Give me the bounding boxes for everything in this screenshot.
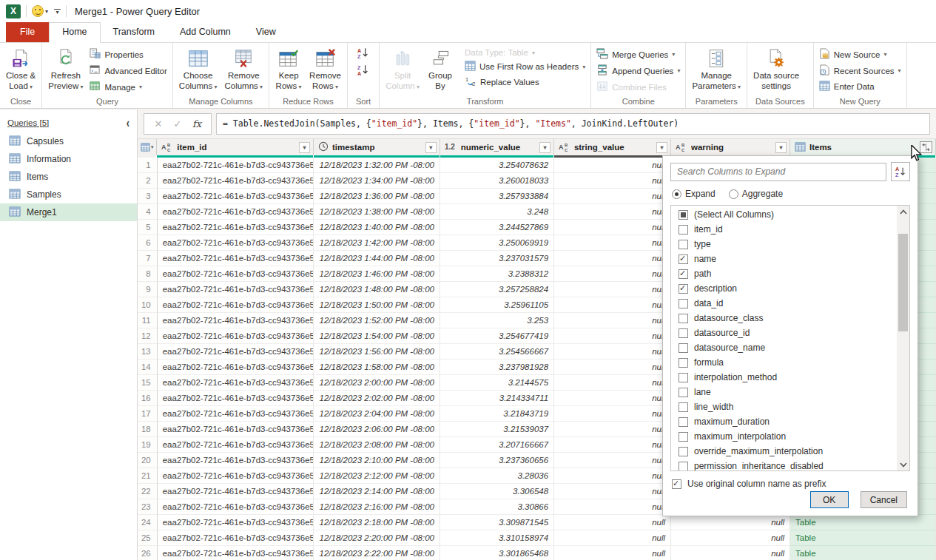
checkbox-icon[interactable] <box>679 373 688 382</box>
ok-button[interactable]: OK <box>810 491 849 508</box>
recent-sources-button[interactable]: Recent Sources <box>816 64 904 78</box>
cell-item_id[interactable]: eaa27b02-721c-461e-b7d3-cc943736e559 <box>158 499 314 515</box>
row-number[interactable]: 6 <box>138 235 158 251</box>
column-header-numeric_value[interactable]: 1.2numeric_value <box>440 139 554 155</box>
group-by-button[interactable]: Group By <box>423 44 457 95</box>
row-number[interactable]: 11 <box>138 313 158 328</box>
cell-numeric_value[interactable]: 3.254566667 <box>440 344 554 360</box>
remove-rows-button[interactable]: Remove Rows <box>306 44 345 95</box>
row-number[interactable]: 9 <box>138 282 158 297</box>
datetime-type-icon[interactable] <box>318 141 329 153</box>
checkbox-icon[interactable] <box>679 254 688 264</box>
cell-numeric_value[interactable]: 3.309871545 <box>440 515 554 530</box>
cell-timestamp[interactable]: 12/18/2023 2:00:00 PM -08:00 <box>314 375 440 391</box>
expand-column-option[interactable]: maximum_duration <box>671 414 896 429</box>
cell-numeric_value[interactable]: 3.237360656 <box>440 453 554 468</box>
cell-timestamp[interactable]: 12/18/2023 2:04:00 PM -08:00 <box>314 406 440 422</box>
cell-item_id[interactable]: eaa27b02-721c-461e-b7d3-cc943736e559 <box>158 530 314 546</box>
cell-numeric_value[interactable]: 3.310158974 <box>440 530 554 546</box>
scroll-up-icon[interactable] <box>897 206 909 217</box>
feedback-smiley-icon[interactable] <box>32 5 44 17</box>
cell-numeric_value[interactable]: 3.2388312 <box>440 266 554 282</box>
cell-string_value[interactable]: null <box>554 204 671 220</box>
expand-column-option[interactable]: data_id <box>671 296 896 311</box>
checkbox-icon[interactable] <box>679 210 688 220</box>
row-number[interactable]: 4 <box>138 204 158 220</box>
text-type-icon[interactable]: ABC <box>559 142 570 153</box>
checkbox-icon[interactable] <box>679 402 688 412</box>
cell-timestamp[interactable]: 12/18/2023 1:54:00 PM -08:00 <box>314 328 440 344</box>
cell-string_value[interactable]: null <box>554 158 671 173</box>
cell-item_id[interactable]: eaa27b02-721c-461e-b7d3-cc943736e559 <box>158 422 314 437</box>
cell-string_value[interactable]: null <box>554 391 671 406</box>
checkbox-icon[interactable] <box>679 417 688 427</box>
radio-aggregate[interactable]: Aggregate <box>729 189 783 199</box>
checkbox-icon[interactable] <box>679 358 688 368</box>
row-number[interactable]: 3 <box>138 189 158 204</box>
cell-timestamp[interactable]: 12/18/2023 1:56:00 PM -08:00 <box>314 344 440 360</box>
cell-timestamp[interactable]: 12/18/2023 2:22:00 PM -08:00 <box>314 546 440 560</box>
row-number[interactable]: 18 <box>138 422 158 437</box>
filter-dropdown-icon[interactable] <box>656 142 667 153</box>
column-header-item_id[interactable]: ABCitem_id <box>157 139 314 155</box>
sort-ascending-button[interactable]: AZ <box>357 47 370 61</box>
cell-timestamp[interactable]: 12/18/2023 1:44:00 PM -08:00 <box>314 251 440 266</box>
cell-item_id[interactable]: eaa27b02-721c-461e-b7d3-cc943736e559 <box>158 406 314 422</box>
cell-string_value[interactable]: null <box>554 499 671 515</box>
cell-numeric_value[interactable]: 3.250069919 <box>440 235 554 251</box>
row-number[interactable]: 13 <box>138 344 158 360</box>
cell-string_value[interactable]: null <box>554 406 671 422</box>
expand-column-option[interactable]: datasource_name <box>671 340 896 355</box>
tab-file[interactable]: File <box>6 22 49 42</box>
cell-numeric_value[interactable]: 3.254677419 <box>440 328 554 344</box>
filter-dropdown-icon[interactable] <box>299 142 310 153</box>
checkbox-icon[interactable] <box>679 447 688 456</box>
smiley-dropdown-caret-icon[interactable]: ▾ <box>45 8 48 15</box>
new-source-button[interactable]: New Source <box>816 47 904 61</box>
cell-timestamp[interactable]: 12/18/2023 1:58:00 PM -08:00 <box>314 360 440 375</box>
cell-numeric_value[interactable]: 3.25961105 <box>440 297 554 313</box>
row-number[interactable]: 7 <box>138 251 158 266</box>
sort-columns-az-button[interactable]: AZ <box>891 162 910 181</box>
cell-numeric_value[interactable]: 3.257933884 <box>440 189 554 204</box>
manage-parameters-button[interactable]: Manage Parameters <box>688 44 744 95</box>
prefix-checkbox-icon[interactable] <box>672 479 681 489</box>
cell-timestamp[interactable]: 12/18/2023 1:46:00 PM -08:00 <box>314 266 440 282</box>
cell-item_id[interactable]: eaa27b02-721c-461e-b7d3-cc943736e559 <box>158 251 314 266</box>
cell-timestamp[interactable]: 12/18/2023 1:52:00 PM -08:00 <box>314 313 440 328</box>
remove-columns-button[interactable]: Remove Columns <box>220 44 266 95</box>
enter-data-button[interactable]: Enter Data <box>816 80 904 93</box>
filter-dropdown-icon[interactable] <box>425 142 437 153</box>
cell-timestamp[interactable]: 12/18/2023 2:18:00 PM -08:00 <box>314 515 440 530</box>
expand-column-option[interactable]: item_id <box>671 222 896 237</box>
refresh-preview-button[interactable]: Refresh Preview <box>44 44 87 95</box>
expand-column-option[interactable]: interpolation_method <box>671 370 896 385</box>
cell-timestamp[interactable]: 12/18/2023 1:38:00 PM -08:00 <box>314 204 440 220</box>
radio-expand[interactable]: Expand <box>672 189 716 199</box>
cell-numeric_value[interactable]: 3.214334711 <box>440 391 554 406</box>
cell-timestamp[interactable]: 12/18/2023 2:06:00 PM -08:00 <box>314 422 440 437</box>
row-number[interactable]: 5 <box>138 220 158 235</box>
filter-dropdown-icon[interactable] <box>539 142 551 153</box>
row-number[interactable]: 21 <box>138 468 158 484</box>
cell-item_id[interactable]: eaa27b02-721c-461e-b7d3-cc943736e559 <box>158 204 314 220</box>
row-number[interactable]: 12 <box>138 328 158 344</box>
row-number[interactable]: 25 <box>138 530 158 546</box>
cell-string_value[interactable]: null <box>554 344 671 360</box>
cell-warning[interactable]: null <box>671 546 790 560</box>
expand-column-option[interactable]: permission_inheritance_disabled <box>671 459 896 471</box>
cell-item_id[interactable]: eaa27b02-721c-461e-b7d3-cc943736e559 <box>158 437 314 453</box>
cell-item_id[interactable]: eaa27b02-721c-461e-b7d3-cc943736e559 <box>158 484 314 499</box>
sidebar-item-capsules[interactable]: Capsules <box>0 132 137 150</box>
cell-numeric_value[interactable]: 3.257258824 <box>440 282 554 297</box>
checkbox-icon[interactable] <box>679 388 688 397</box>
cell-item_id[interactable]: eaa27b02-721c-461e-b7d3-cc943736e559 <box>158 375 314 391</box>
cell-item_id[interactable]: eaa27b02-721c-461e-b7d3-cc943736e559 <box>158 220 314 235</box>
collapse-pane-icon[interactable]: ‹ <box>127 115 129 130</box>
cell-item_id[interactable]: eaa27b02-721c-461e-b7d3-cc943736e559 <box>158 266 314 282</box>
cell-string_value[interactable]: null <box>554 173 671 189</box>
cell-item_id[interactable]: eaa27b02-721c-461e-b7d3-cc943736e559 <box>158 297 314 313</box>
cell-numeric_value[interactable]: 3.301865468 <box>440 546 554 560</box>
cell-item_id[interactable]: eaa27b02-721c-461e-b7d3-cc943736e559 <box>158 391 314 406</box>
cell-item_id[interactable]: eaa27b02-721c-461e-b7d3-cc943736e559 <box>158 313 314 328</box>
